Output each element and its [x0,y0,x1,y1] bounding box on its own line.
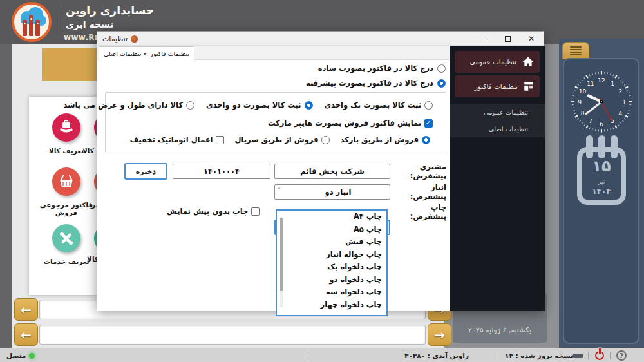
calendar-ring [611,135,618,158]
settings-nav: تنظیمات عمومی تنظیمات فاکتور تنظیمات عمو… [450,46,545,311]
shortcut-sales-return-invoice[interactable]: فاکتور مرجوعی فروش [37,167,95,216]
radio-option-serial-sale: فروش از طریق سریال [234,135,318,144]
app-logo-icon [12,2,52,42]
app-title: حسابداری راوین [66,4,154,17]
radio-icon-checked[interactable] [437,79,446,88]
dropdown-scrollbar[interactable] [280,217,283,307]
customer-code-input[interactable]: ۱۴۰۱۰۰۰۴ [173,164,270,179]
sales-return-icon [52,167,80,196]
svg-text:12: 12 [598,77,605,84]
dialog-title: تنظیمات [102,35,128,43]
status-bar: متصل راوین آیدی : ۳۰۳۸۰ نسخه بروز شده : … [0,348,644,362]
power-icon[interactable] [595,351,604,360]
ravin-id: راوین آیدی : ۳۰۳۸۰ [404,348,469,362]
save-button[interactable]: ذخیره [124,163,167,180]
calendar-ring [598,135,605,158]
print-options-dropdown: چاپ A۴ چاپ A۵ چاپ فیش چاپ حواله انبار چا… [276,209,388,316]
dropdown-item[interactable]: چاپ فیش [277,236,386,249]
quick-bar-bottom: ← → [14,323,451,347]
radio-option-double-unit: ثبت کالا بصورت دو واحدی [206,100,301,110]
dialog-tabstrip: تنظیمات فاکتور > تنظیمات اصلی [97,46,450,60]
maximize-button[interactable] [505,36,511,42]
left-edge-strip [0,44,12,349]
dialog-content: تنظیمات فاکتور > تنظیمات اصلی درج کالا د… [97,46,450,311]
svg-text:1: 1 [611,81,614,87]
radio-option-barcode-sale: فروش از طریق بارکد [340,135,419,144]
nav-item-invoice-settings[interactable]: تنظیمات فاکتور [455,75,540,97]
svg-text:6: 6 [600,121,603,128]
radio-icon[interactable] [321,136,330,144]
define-services-icon [52,224,80,252]
dropdown-item[interactable]: چاپ دلخواه چهار [277,299,386,312]
hamburger-icon [570,45,582,57]
radio-option-simple-insert[interactable]: درج کالا در فاکتور بصورت ساده [318,64,446,73]
app-subtitle: نسخه ابری [66,19,114,30]
subnav-item-general[interactable]: تنظیمات عمومی [450,104,545,120]
checkbox-icon[interactable] [251,207,260,216]
app-window: حسابداری راوین نسخه ابری www.Ravi تعریف … [0,0,644,362]
chevron-down-icon: ˅ [278,187,281,195]
checkbox-auto-discount: اعمال اتوماتیک تخفیف [130,135,213,144]
dropdown-item[interactable]: چاپ A۵ [277,224,386,236]
calendar-ring [586,135,593,158]
checkbox-print-no-preview[interactable]: چاپ بدون پیش نمایش [167,207,260,216]
svg-text:8: 8 [581,110,585,117]
home-icon [522,55,535,68]
radio-icon-checked[interactable] [305,101,313,110]
connected-dot-icon [29,353,35,359]
svg-text:3: 3 [621,99,625,106]
default-customer-label: مشتری پیشفرض: [392,164,446,179]
checkbox-icon-checked[interactable] [424,119,433,128]
checkbox-hypermarket: نمایش فاکتور فروش بصورت هایپر مارکت [268,119,421,128]
default-warehouse-label: انبار پیشفرض: [393,184,446,200]
header-divider [61,6,61,39]
calendar-year: ۱۴۰۴ [582,187,621,196]
nav-item-general-settings[interactable]: تنظیمات عمومی [455,51,540,73]
dialog-titlebar: تنظیمات – ✕ [97,32,544,46]
tab-invoice-settings[interactable]: تنظیمات فاکتور > تنظیمات اصلی [99,46,194,60]
close-button[interactable]: ✕ [528,35,535,43]
dropdown-item[interactable]: چاپ دلخواه دو [277,274,386,287]
quick-bar-bottom-strip[interactable] [39,325,426,345]
connection-status: متصل [6,348,26,362]
gregorian-date: یکشنبه, ۶ ژوئیه ۲۰۲۵ [453,326,547,334]
calendar-widget: ۱۵ تیر ۱۴۰۴ [577,147,626,205]
radio-option-advanced-insert[interactable]: درج کالا در فاکتور بصورت پیشرفته [306,79,446,88]
minimize-tray-icon[interactable] [573,354,583,358]
radio-option-length-width: کالا دارای طول و عرض می باشد [64,100,184,110]
settings-dialog: تنظیمات – ✕ تنظیمات فاکتور > تنظیمات اصل… [97,31,544,310]
checkbox-icon[interactable] [216,136,224,144]
svg-text:2: 2 [619,88,623,95]
widgets-panel: 12 1 2 3 4 5 6 7 8 9 10 11 [559,39,644,348]
scroll-left-button[interactable]: ← [14,298,38,321]
svg-text:9: 9 [578,99,582,106]
scroll-left-button[interactable]: ← [14,323,38,346]
dropdown-item[interactable]: چاپ A۴ [277,211,386,224]
settings-subnav: تنظیمات عمومی تنظیمات اصلی [450,104,545,137]
calendar-day: ۱۵ [582,157,621,175]
svg-text:4: 4 [619,110,623,117]
analog-clock: 12 1 2 3 4 5 6 7 8 9 10 11 [569,70,634,137]
help-icon[interactable]: ? [616,350,627,361]
radio-icon[interactable] [437,64,446,73]
widgets-menu-tab[interactable] [562,42,589,59]
radio-icon[interactable] [424,101,433,110]
define-product-icon [52,113,80,142]
subnav-item-main[interactable]: تنظیمات اصلی [450,120,545,137]
warehouse-combobox[interactable]: ˅ انبار دو [274,184,390,200]
scroll-right-button[interactable]: → [428,323,451,346]
dropdown-item[interactable]: چاپ حواله انبار [277,249,386,262]
radio-icon-checked[interactable] [422,136,430,144]
minimize-button[interactable]: – [484,35,488,43]
product-options-group: ثبت کالا بصورت تک واحدی ثبت کالا بصورت د… [105,92,446,153]
dropdown-item[interactable]: چاپ دلخواه سه [277,286,386,299]
default-customer-input[interactable]: شرکت پخش قائم [274,164,390,179]
svg-text:11: 11 [587,81,594,87]
svg-text:7: 7 [589,118,592,124]
svg-text:10: 10 [579,88,587,95]
radio-icon[interactable] [186,101,194,110]
dropdown-item[interactable]: چاپ دلخواه یک [277,261,386,274]
dialog-logo-icon [131,35,138,43]
invoice-icon [523,81,535,92]
calendar-month: تیر [582,178,621,185]
